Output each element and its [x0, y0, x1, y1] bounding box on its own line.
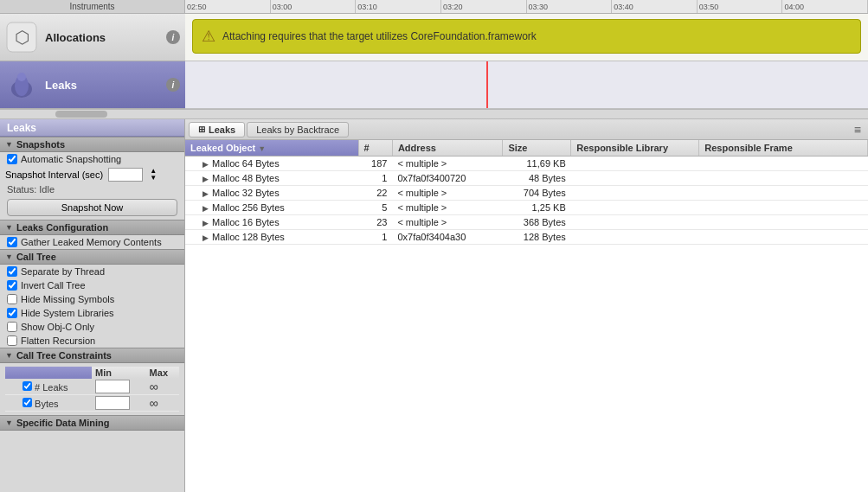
snapshots-section-header[interactable]: ▼ Snapshots: [0, 137, 184, 152]
count-cell: 23: [358, 215, 392, 230]
specific-data-title: Specific Data Mining: [16, 418, 110, 428]
snapshot-interval-label: Snapshot Interval (sec): [5, 169, 103, 180]
constraints-col-empty: [5, 367, 92, 379]
count-cell: 1: [358, 230, 392, 245]
leaks-constraint-row: # Leaks 0 ∞: [5, 379, 179, 395]
col-library[interactable]: Responsible Library: [571, 140, 699, 157]
call-tree-checkbox-1[interactable]: [7, 280, 17, 291]
call-tree-checkbox-4[interactable]: [7, 322, 17, 332]
count-cell: 22: [358, 186, 392, 201]
col-count[interactable]: #: [358, 140, 392, 157]
table-row[interactable]: ▶Malloc 32 Bytes 22 < multiple > 704 Byt…: [185, 186, 868, 201]
right-content: ⊞ Leaks Leaks by Backtrace ≡ Leaked Obje…: [185, 119, 868, 492]
scrollbar-thumb[interactable]: [55, 111, 107, 118]
toolbar-menu-button[interactable]: ≡: [851, 123, 865, 137]
leaks-min-cell: 0: [92, 379, 146, 395]
warning-icon: ⚠: [202, 27, 215, 46]
allocations-name: Allocations: [45, 31, 166, 44]
leaks-min-input[interactable]: 0: [95, 380, 130, 393]
timeline-tick: 02:50: [185, 0, 271, 13]
leaks-info-button[interactable]: i: [166, 78, 180, 92]
call-tree-section-header[interactable]: ▼ Call Tree: [0, 249, 184, 265]
frame-cell: [699, 157, 868, 171]
instruments-title: Instruments: [69, 2, 114, 11]
content-area: Leaks ▼ Snapshots Automatic Snapshotting…: [0, 119, 868, 492]
leaks-config-section-header[interactable]: ▼ Leaks Configuration: [0, 220, 184, 235]
bytes-min-input[interactable]: -∞: [95, 396, 130, 410]
constraints-table: Min Max # Leaks 0: [0, 363, 184, 415]
leaks-by-backtrace-tab[interactable]: Leaks by Backtrace: [247, 122, 349, 137]
timeline-header: Instruments 02:5003:0003:1003:2003:3003:…: [0, 0, 868, 14]
table-row[interactable]: ▶Malloc 256 Bytes 5 < multiple > 1,25 KB: [185, 201, 868, 215]
library-cell: [571, 186, 699, 201]
interval-down-arrow[interactable]: ▼: [150, 175, 157, 182]
snapshot-interval-row: Snapshot Interval (sec) 10.0 ▲ ▼: [0, 166, 184, 183]
interval-stepper[interactable]: ▲ ▼: [150, 168, 157, 182]
snapshot-now-button[interactable]: Snapshot Now: [7, 199, 177, 216]
frame-cell: [699, 186, 868, 201]
table-row[interactable]: ▶Malloc 48 Bytes 1 0x7fa0f3400720 48 Byt…: [185, 171, 868, 186]
bytes-constraint-checkbox[interactable]: [23, 398, 32, 407]
allocations-info-button[interactable]: i: [166, 30, 180, 44]
leaked-object-cell: ▶Malloc 64 Bytes: [185, 157, 358, 171]
col-leaked-object[interactable]: Leaked Object ▼: [185, 140, 358, 157]
svg-point-4: [17, 73, 26, 81]
call-tree-constraints-header[interactable]: ▼ Call Tree Constraints: [0, 348, 184, 363]
leaked-object-cell: ▶Malloc 32 Bytes: [185, 186, 358, 201]
auto-snapshot-label: Automatic Snapshotting: [21, 154, 121, 164]
table-row[interactable]: ▶Malloc 128 Bytes 1 0x7fa0f3404a30 128 B…: [185, 230, 868, 245]
timeline-tick: 03:30: [527, 0, 613, 13]
leaks-constraint-checkbox[interactable]: [23, 381, 32, 391]
leaks-toolbar: ⊞ Leaks Leaks by Backtrace ≡: [185, 119, 868, 140]
call-tree-items: Separate by ThreadInvert Call TreeHide M…: [0, 265, 184, 348]
address-cell: 0x7fa0f3400720: [392, 171, 503, 186]
address-cell: < multiple >: [392, 186, 503, 201]
call-tree-item-label-3: Hide System Libraries: [21, 308, 114, 318]
call-tree-item: Hide Missing Symbols: [0, 292, 184, 306]
call-tree-checkbox-3[interactable]: [7, 308, 17, 318]
snapshots-arrow: ▼: [5, 140, 13, 149]
timeline-tick: 03:00: [271, 0, 357, 13]
time-marker: [486, 61, 488, 108]
call-tree-item: Show Obj-C Only: [0, 320, 184, 334]
warning-banner: ⚠ Attaching requires that the target uti…: [192, 19, 861, 54]
col-address[interactable]: Address: [392, 140, 503, 157]
leaks-tab-label: Leaks: [209, 125, 235, 135]
auto-snapshot-checkbox[interactable]: [7, 154, 17, 164]
frame-cell: [699, 215, 868, 230]
table-row[interactable]: ▶Malloc 64 Bytes 187 < multiple > 11,69 …: [185, 157, 868, 171]
constraints-col-max: Max: [146, 367, 179, 379]
leaks-track-row: Leaks i: [0, 61, 868, 109]
leaks-name: Leaks: [45, 79, 166, 92]
constraints-arrow: ▼: [5, 351, 13, 360]
call-tree-checkbox-0[interactable]: [7, 266, 17, 277]
call-tree-item: Invert Call Tree: [0, 278, 184, 292]
leaks-tab[interactable]: ⊞ Leaks: [189, 122, 245, 137]
size-cell: 1,25 KB: [503, 201, 571, 215]
call-tree-item-label-5: Flatten Recursion: [21, 335, 95, 346]
col-frame[interactable]: Responsible Frame: [699, 140, 868, 157]
leaked-object-cell: ▶Malloc 48 Bytes: [185, 171, 358, 186]
leaks-config-title: Leaks Configuration: [16, 222, 108, 233]
snapshot-interval-input[interactable]: 10.0: [108, 168, 143, 182]
snapshot-btn-label: Snapshot Now: [61, 202, 124, 213]
table-row[interactable]: ▶Malloc 16 Bytes 23 < multiple > 368 Byt…: [185, 215, 868, 230]
call-tree-item: Flatten Recursion: [0, 334, 184, 348]
bytes-min-cell: -∞: [92, 395, 146, 412]
constraints-data-table: Min Max # Leaks 0: [5, 367, 179, 412]
call-tree-checkbox-5[interactable]: [7, 335, 17, 346]
leaks-max-value: ∞: [150, 380, 158, 393]
row-triangle: ▶: [203, 233, 209, 242]
leaks-config-arrow: ▼: [5, 223, 13, 232]
gather-memory-checkbox[interactable]: [7, 237, 17, 247]
call-tree-item-label-4: Show Obj-C Only: [21, 322, 94, 332]
specific-data-header[interactable]: ▼ Specific Data Mining: [0, 415, 184, 431]
leaks-by-backtrace-label: Leaks by Backtrace: [256, 125, 339, 135]
size-cell: 128 Bytes: [503, 230, 571, 245]
timeline-scrollbar[interactable]: [0, 109, 868, 119]
call-tree-checkbox-2[interactable]: [7, 294, 17, 304]
status-label: Status:: [7, 184, 36, 195]
col-size[interactable]: Size: [503, 140, 571, 157]
col-leaked-label: Leaked Object: [190, 143, 255, 153]
call-tree-arrow: ▼: [5, 252, 13, 261]
